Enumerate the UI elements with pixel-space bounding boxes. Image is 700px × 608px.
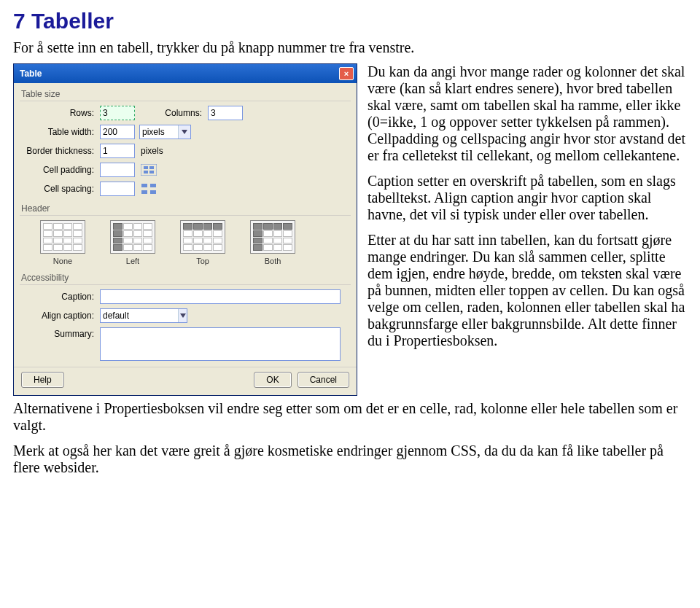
border-unit: pixels <box>141 146 163 156</box>
svg-rect-0 <box>141 164 157 176</box>
group-label-header: Header <box>20 202 351 215</box>
cancel-button[interactable]: Cancel <box>298 372 349 388</box>
svg-rect-4 <box>149 171 154 174</box>
spacing-icon <box>139 182 158 196</box>
header-thumb-none <box>40 220 85 254</box>
padding-input[interactable] <box>100 163 135 177</box>
help-button[interactable]: Help <box>21 372 64 388</box>
page-heading: 7 Tabeller <box>13 9 687 34</box>
svg-rect-8 <box>150 190 156 194</box>
header-thumb-left <box>110 220 155 254</box>
width-unit-select[interactable] <box>139 125 191 139</box>
header-label-left: Left <box>126 257 139 265</box>
columns-input[interactable] <box>208 106 243 120</box>
align-caption-value[interactable] <box>101 309 178 322</box>
header-label-both: Both <box>265 257 281 265</box>
svg-rect-6 <box>150 184 156 187</box>
rows-input[interactable] <box>100 106 135 120</box>
chevron-down-icon <box>178 125 190 139</box>
paragraph-4: Alternativene i Propertiesboksen vil end… <box>13 400 687 434</box>
ok-button[interactable]: OK <box>254 372 291 388</box>
svg-rect-5 <box>141 184 147 187</box>
chevron-down-icon <box>178 309 187 322</box>
header-option-top[interactable]: Top <box>177 220 228 265</box>
intro-paragraph: For å sette inn en tabell, trykker du på… <box>13 39 687 56</box>
caption-input[interactable] <box>100 289 341 304</box>
svg-rect-7 <box>141 190 147 194</box>
header-option-left[interactable]: Left <box>107 220 158 265</box>
dialog-buttons: Help OK Cancel <box>14 367 357 389</box>
header-thumb-both <box>250 220 295 254</box>
spacing-label: Cell spacing: <box>20 184 100 194</box>
table-width-input[interactable] <box>100 125 135 139</box>
close-button[interactable]: × <box>339 67 354 80</box>
header-label-none: None <box>53 257 72 265</box>
width-unit-value[interactable] <box>140 125 178 139</box>
group-table-size: Table size Rows: Columns: Table width: <box>20 87 351 196</box>
border-input[interactable] <box>100 144 135 158</box>
summary-label: Summary: <box>20 327 100 339</box>
spacing-input[interactable] <box>100 182 135 196</box>
align-caption-label: Align caption: <box>20 311 100 321</box>
group-label-access: Accessibility <box>20 271 351 284</box>
close-icon: × <box>344 70 349 78</box>
rows-label: Rows: <box>20 108 100 118</box>
svg-rect-1 <box>144 166 148 169</box>
svg-rect-3 <box>144 171 148 174</box>
caption-label: Caption: <box>20 292 100 302</box>
columns-label: Columns: <box>157 108 208 118</box>
dialog-title: Table <box>20 69 42 79</box>
padding-icon <box>139 163 158 177</box>
group-accessibility: Accessibility Caption: Align caption: <box>20 271 351 361</box>
table-dialog: Table × Table size Rows: Columns: Table <box>13 63 357 396</box>
table-width-label: Table width: <box>20 127 100 137</box>
summary-input[interactable] <box>100 327 341 361</box>
group-label-size: Table size <box>20 87 351 101</box>
header-label-top: Top <box>196 257 209 265</box>
header-option-both[interactable]: Both <box>247 220 298 265</box>
paragraph-5: Merk at også her kan det være greit å gj… <box>13 443 687 476</box>
align-caption-select[interactable] <box>100 308 187 323</box>
padding-label: Cell padding: <box>20 165 100 175</box>
header-option-none[interactable]: None <box>37 220 88 265</box>
header-thumb-top <box>180 220 225 254</box>
border-label: Border thickness: <box>20 146 100 156</box>
svg-rect-2 <box>149 166 154 169</box>
group-header: Header None <box>20 202 351 265</box>
titlebar: Table × <box>14 64 357 83</box>
